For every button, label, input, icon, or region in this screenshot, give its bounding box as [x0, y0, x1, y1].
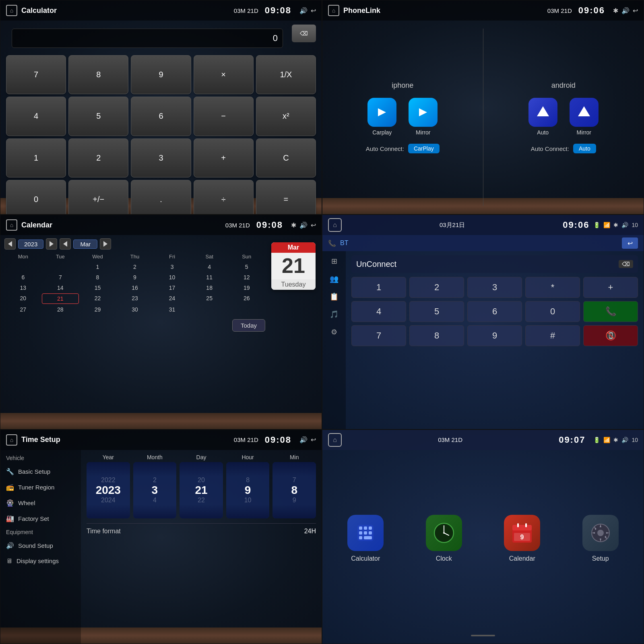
- auto-app[interactable]: Auto: [528, 98, 557, 136]
- bt-contacts-icon[interactable]: 👥: [327, 272, 341, 286]
- iphone-autoconnect-btn[interactable]: CarPlay: [408, 144, 440, 153]
- cal-day-9[interactable]: 9: [116, 272, 154, 282]
- cal-day-2[interactable]: 2: [116, 262, 154, 272]
- bt-key-8[interactable]: 8: [409, 325, 464, 346]
- today-button[interactable]: Today: [232, 319, 265, 332]
- calc-btn-sub[interactable]: −: [194, 97, 254, 136]
- calc-btn-dot[interactable]: .: [131, 180, 191, 215]
- calc-btn-inv[interactable]: 1/X: [256, 55, 316, 94]
- home-icon[interactable]: ⌂: [6, 5, 17, 16]
- bt-settings-icon[interactable]: ⚙: [328, 325, 340, 339]
- cal-day-16[interactable]: 16: [116, 283, 154, 293]
- year-prev-btn[interactable]: [4, 238, 16, 250]
- bt-backspace[interactable]: ⌫: [619, 260, 633, 268]
- appgrid-home-icon[interactable]: ⌂: [328, 433, 342, 447]
- cal-day-7[interactable]: 7: [42, 272, 79, 282]
- ts-item-basic-setup[interactable]: 🔧 Basic Setup: [0, 464, 81, 479]
- back-icon-cal[interactable]: ↩: [311, 221, 316, 229]
- android-autoconnect-btn[interactable]: Auto: [573, 144, 596, 153]
- calc-btn-pm[interactable]: +/−: [68, 180, 128, 215]
- calendar-home-icon[interactable]: ⌂: [6, 219, 17, 231]
- backspace-button[interactable]: ⌫: [292, 25, 316, 42]
- calc-btn-5[interactable]: 5: [68, 97, 128, 136]
- cal-day-11[interactable]: 11: [191, 272, 228, 282]
- back-icon[interactable]: ↩: [311, 7, 316, 14]
- cal-day-26[interactable]: 26: [228, 293, 265, 304]
- ts-picker-hour[interactable]: 8 9 10: [226, 462, 270, 518]
- bt-key-hash[interactable]: #: [525, 325, 580, 346]
- ts-picker-min[interactable]: 7 8 9: [272, 462, 316, 518]
- cal-day-15[interactable]: 15: [79, 283, 116, 293]
- bt-key-7[interactable]: 7: [351, 325, 406, 346]
- cal-day-3[interactable]: 3: [153, 262, 191, 272]
- app-setup[interactable]: Setup: [582, 515, 619, 562]
- cal-day-13[interactable]: 13: [4, 283, 42, 293]
- calc-btn-clear[interactable]: C: [256, 138, 316, 178]
- year-next-btn[interactable]: [46, 238, 57, 250]
- calc-btn-sq[interactable]: x²: [256, 97, 316, 136]
- bt-key-3[interactable]: 3: [467, 277, 522, 298]
- ts-picker-year[interactable]: 2022 2023 2024: [87, 462, 130, 518]
- bt-key-call[interactable]: 📞: [583, 301, 638, 322]
- bt-recents-icon[interactable]: 📋: [327, 290, 341, 303]
- cal-day-1[interactable]: 1: [79, 262, 116, 272]
- volume-icon-ts[interactable]: 🔊: [299, 436, 308, 444]
- bt-key-4[interactable]: 4: [351, 301, 406, 322]
- cal-day-18[interactable]: 18: [191, 283, 228, 293]
- bt-key-1[interactable]: 1: [351, 277, 406, 298]
- volume-icon-2[interactable]: 🔊: [621, 7, 630, 14]
- bt-back-btn[interactable]: ↩: [622, 237, 638, 249]
- app-calendar[interactable]: 9 Calendar: [504, 515, 540, 562]
- ts-item-wheel[interactable]: 🎡 Wheel: [0, 495, 81, 511]
- bt-key-9[interactable]: 9: [467, 325, 522, 346]
- calc-btn-mul[interactable]: ×: [194, 55, 254, 94]
- cal-day-19[interactable]: 19: [228, 283, 265, 293]
- calc-btn-2[interactable]: 8: [68, 55, 128, 94]
- cal-day-21-today[interactable]: 21: [42, 293, 79, 304]
- bt-key-6[interactable]: 6: [467, 301, 522, 322]
- month-next-btn[interactable]: [100, 238, 111, 250]
- time-setup-home-icon[interactable]: ⌂: [6, 434, 17, 446]
- cal-day-14[interactable]: 14: [42, 283, 79, 293]
- phonelink-home-icon[interactable]: ⌂: [328, 5, 339, 16]
- calc-btn-1[interactable]: 7: [6, 55, 66, 94]
- bt-home-icon[interactable]: ⌂: [328, 218, 342, 232]
- ts-picker-day[interactable]: 20 21 22: [180, 462, 223, 518]
- cal-day-31[interactable]: 31: [153, 305, 191, 314]
- cal-day-6[interactable]: 6: [4, 272, 42, 282]
- bt-key-star[interactable]: *: [525, 277, 580, 298]
- cal-day-8[interactable]: 8: [79, 272, 116, 282]
- calc-btn-3[interactable]: 9: [131, 55, 191, 94]
- cal-day-30[interactable]: 30: [116, 305, 154, 314]
- bt-dialpad-icon[interactable]: ⊞: [329, 254, 340, 268]
- cal-day-23[interactable]: 23: [116, 293, 154, 304]
- calc-btn-div[interactable]: ÷: [194, 180, 254, 215]
- iphone-mirror-app[interactable]: Mirror: [409, 98, 438, 136]
- cal-day-22[interactable]: 22: [79, 293, 116, 304]
- ts-item-tuner-region[interactable]: 📻 Tuner Region: [0, 479, 81, 495]
- month-prev-btn[interactable]: [60, 238, 71, 250]
- back-icon-ts[interactable]: ↩: [311, 436, 316, 444]
- calc-btn-4[interactable]: 4: [6, 97, 66, 136]
- cal-day-25[interactable]: 25: [191, 293, 228, 304]
- calc-btn-eq[interactable]: =: [256, 180, 316, 215]
- back-icon-2[interactable]: ↩: [633, 7, 638, 14]
- cal-day-17[interactable]: 17: [153, 283, 191, 293]
- bt-key-2[interactable]: 2: [409, 277, 464, 298]
- bt-key-5[interactable]: 5: [409, 301, 464, 322]
- cal-day-29[interactable]: 29: [79, 305, 116, 314]
- app-calculator[interactable]: Calculator: [347, 515, 384, 562]
- volume-icon-cal[interactable]: 🔊: [299, 221, 308, 229]
- carplay-app[interactable]: Carplay: [367, 98, 396, 136]
- calc-btn-0[interactable]: 0: [6, 180, 66, 215]
- cal-day-5[interactable]: 5: [228, 262, 265, 272]
- bt-music-icon[interactable]: 🎵: [327, 308, 341, 321]
- cal-day-12[interactable]: 12: [228, 272, 265, 282]
- cal-day-20[interactable]: 20: [4, 293, 42, 304]
- bt-key-plus[interactable]: +: [583, 277, 638, 298]
- calc-btn-6[interactable]: 6: [131, 97, 191, 136]
- cal-day-27[interactable]: 27: [4, 305, 42, 314]
- calc-btn-7[interactable]: 1: [6, 138, 66, 178]
- calc-btn-8[interactable]: 2: [68, 138, 128, 178]
- cal-day-24[interactable]: 24: [153, 293, 191, 304]
